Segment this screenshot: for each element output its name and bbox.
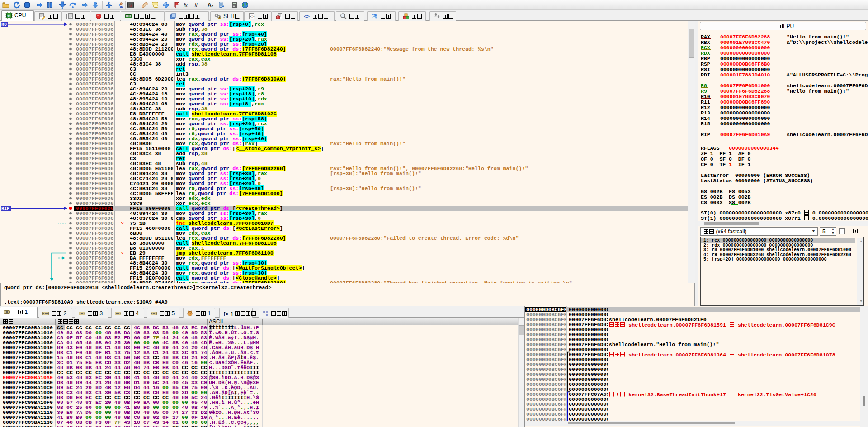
svg-text:S: S [129, 2, 132, 8]
svg-text:R8: R8 [1, 22, 7, 27]
svg-text:<>: <> [250, 14, 255, 19]
svg-text:A: A [208, 2, 212, 8]
svg-text:fx: fx [184, 2, 188, 8]
svg-text:<>: <> [304, 14, 310, 19]
svg-text:RIP: RIP [1, 206, 9, 211]
svg-text:z: z [212, 4, 213, 8]
svg-text:#: # [194, 2, 198, 9]
svg-text:!: ! [219, 17, 220, 19]
svg-text:64: 64 [8, 14, 11, 17]
